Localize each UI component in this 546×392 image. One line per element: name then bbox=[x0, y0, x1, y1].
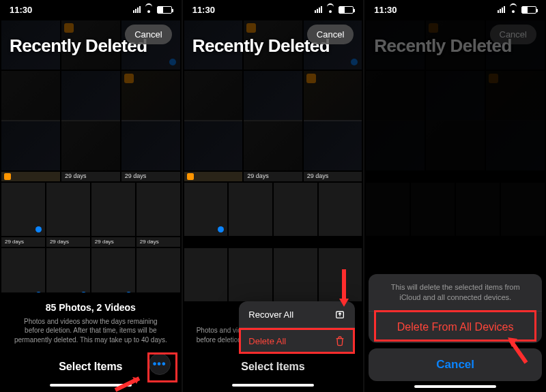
confirmation-sheet: This will delete the selected items from… bbox=[369, 274, 542, 388]
wifi-icon bbox=[326, 6, 335, 13]
wifi-icon bbox=[508, 6, 518, 13]
recover-icon bbox=[334, 309, 345, 320]
cancel-button[interactable]: Cancel bbox=[125, 25, 171, 44]
cellular-icon bbox=[315, 6, 322, 13]
battery-icon bbox=[521, 6, 536, 14]
screenshot-1: 11:30 29 days 29 days Invitation From Un… bbox=[0, 0, 182, 392]
battery-icon bbox=[157, 6, 172, 14]
battery-icon bbox=[339, 6, 354, 14]
delete-all-button[interactable]: Delete All bbox=[239, 328, 355, 354]
status-bar: 11:30 bbox=[183, 0, 364, 19]
status-bar: 11:30 bbox=[364, 0, 546, 19]
confirmation-message: This will delete the selected items from… bbox=[369, 274, 542, 312]
more-options-button[interactable]: ••• bbox=[149, 353, 171, 375]
select-items-button[interactable]: Select Items bbox=[59, 361, 122, 373]
item-count-summary: 85 Photos, 2 Videos bbox=[14, 302, 168, 313]
screenshot-3: 11:30 29 days 29 days Invitation From Un… bbox=[364, 0, 546, 392]
cellular-icon bbox=[133, 6, 141, 13]
home-indicator[interactable] bbox=[232, 384, 314, 387]
cancel-button: Cancel bbox=[490, 25, 536, 44]
ellipsis-icon: ••• bbox=[153, 358, 167, 370]
home-indicator[interactable] bbox=[414, 385, 496, 388]
status-time: 11:30 bbox=[192, 5, 215, 15]
screenshot-2: 11:30 29 days 29 days Invitation From Un… bbox=[182, 0, 364, 392]
recover-all-button[interactable]: Recover All bbox=[239, 301, 355, 328]
cellular-icon bbox=[498, 6, 505, 13]
status-time: 11:30 bbox=[374, 5, 397, 15]
delete-from-all-devices-button[interactable]: Delete From All Devices bbox=[369, 312, 542, 343]
confirmation-cancel-button[interactable]: Cancel bbox=[369, 348, 542, 381]
trash-icon bbox=[334, 335, 345, 346]
wifi-icon bbox=[144, 6, 154, 13]
deletion-description: Photos and videos show the days remainin… bbox=[14, 317, 168, 345]
cancel-button[interactable]: Cancel bbox=[307, 25, 354, 44]
bottom-info-panel: 85 Photos, 2 Videos Photos and videos sh… bbox=[0, 292, 182, 393]
select-items-button[interactable]: Select Items bbox=[241, 361, 304, 373]
status-bar: 11:30 bbox=[0, 0, 182, 19]
home-indicator[interactable] bbox=[50, 384, 132, 387]
action-menu: Recover All Delete All bbox=[239, 301, 355, 354]
status-time: 11:30 bbox=[10, 5, 32, 15]
